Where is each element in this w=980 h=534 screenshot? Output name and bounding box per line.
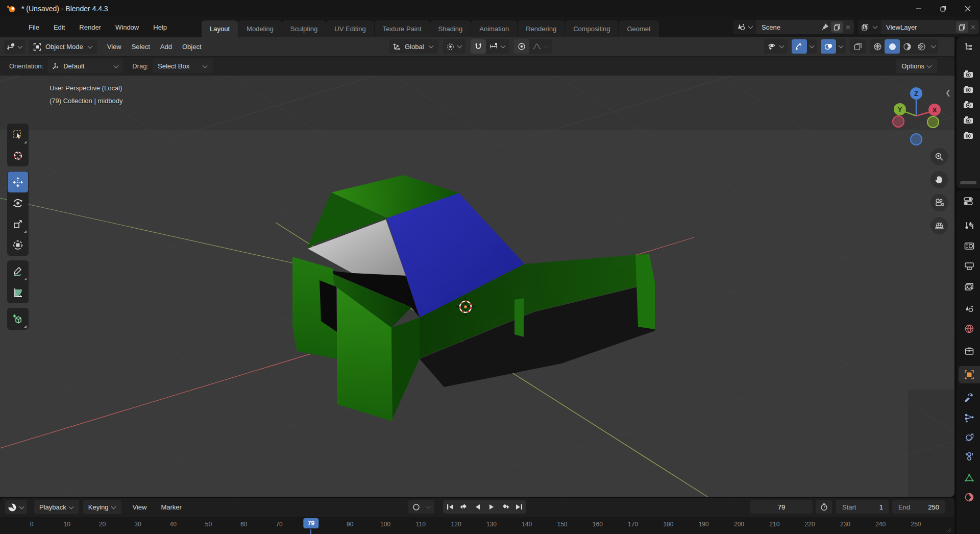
workspace-tab-geomet[interactable]: Geomet [619, 20, 658, 37]
auto-keying-toggle[interactable] [408, 503, 424, 511]
outliner-item-camera-1[interactable] [963, 69, 974, 79]
timeline-editor[interactable]: Playback Keying View Marker 79 Start 1 [0, 498, 954, 534]
play-button[interactable] [484, 500, 498, 514]
pin-icon[interactable] [821, 23, 829, 31]
properties-tab-output[interactable] [959, 258, 980, 275]
frame-end-field[interactable]: End 250 [892, 500, 945, 514]
outliner-scrollbar[interactable] [960, 181, 976, 184]
shading-solid-button[interactable] [885, 39, 900, 54]
gizmo-neg-x-axis[interactable] [893, 116, 904, 127]
gizmos-dropdown-icon[interactable] [810, 43, 815, 48]
viewport-3d[interactable]: Object Mode ViewSelectAddObject Global [0, 37, 954, 497]
properties-tab-world[interactable] [959, 320, 980, 337]
mode-selector[interactable]: Object Mode [29, 40, 97, 54]
transform-orientation-selector[interactable]: Global [389, 39, 438, 54]
view-layer-selector[interactable]: ViewLayer ✕ [858, 20, 979, 34]
tool-annotate[interactable] [8, 261, 28, 282]
timeline-editor-type-button[interactable] [5, 500, 27, 514]
shading-material-button[interactable] [900, 39, 914, 54]
viewport-canvas[interactable]: User Perspective (Local) (79) Collection… [0, 76, 954, 497]
gizmo-neg-z-axis[interactable] [911, 134, 922, 145]
workspace-tab-layout[interactable]: Layout [202, 20, 238, 37]
properties-tab-particles[interactable] [959, 409, 980, 426]
properties-tab-scene[interactable] [959, 301, 980, 318]
viewport-menu-object[interactable]: Object [177, 41, 207, 52]
workspace-tab-shading[interactable]: Shading [430, 20, 471, 37]
shading-rendered-button[interactable] [914, 39, 928, 54]
viewport-menu-add[interactable]: Add [155, 41, 177, 52]
overlays-dropdown-icon[interactable] [839, 43, 844, 48]
navigation-gizmo[interactable]: Z Y X [887, 79, 944, 145]
properties-tab-collection[interactable] [959, 343, 980, 360]
proportional-falloff-selector[interactable] [529, 43, 552, 50]
menu-help[interactable]: Help [147, 21, 173, 33]
gizmos-toggle[interactable] [792, 39, 807, 54]
workspace-tab-rendering[interactable]: Rendering [518, 20, 565, 37]
tool-cursor[interactable] [8, 145, 28, 166]
properties-tab-physics[interactable] [959, 428, 980, 446]
workspace-tab-modeling[interactable]: Modeling [238, 20, 282, 37]
properties-tab-material[interactable] [959, 489, 980, 506]
options-dropdown[interactable]: Options [896, 59, 937, 73]
view-layer-browse-icon[interactable] [858, 20, 881, 34]
workspace-tab-sculpting[interactable]: Sculpting [282, 20, 326, 37]
model-midbody[interactable] [292, 175, 655, 421]
tool-select-box[interactable] [8, 124, 28, 145]
outliner-filter-icon[interactable] [957, 37, 980, 52]
pan-view-button[interactable] [930, 171, 948, 188]
tool-move[interactable] [8, 172, 28, 192]
timeline-marker-menu[interactable]: Marker [156, 502, 186, 513]
menu-render[interactable]: Render [73, 21, 107, 33]
outliner-item-camera-2[interactable] [963, 84, 974, 94]
shading-dropdown-icon[interactable] [931, 43, 936, 48]
new-scene-button[interactable] [831, 21, 843, 33]
tool-scale[interactable] [8, 213, 28, 234]
scene-selector[interactable]: Scene ✕ [733, 20, 854, 34]
playback-menu[interactable]: Playback [34, 500, 79, 514]
shading-wireframe-button[interactable] [870, 39, 885, 54]
minimize-button[interactable] [906, 0, 931, 17]
outliner-item-camera-5[interactable] [963, 130, 974, 140]
jump-next-keyframe-button[interactable] [498, 500, 512, 514]
properties-editor[interactable] [957, 190, 980, 534]
frame-start-field[interactable]: Start 1 [836, 500, 889, 514]
editor-type-button[interactable] [4, 40, 25, 54]
play-reverse-button[interactable] [471, 500, 484, 514]
drag-dropdown[interactable]: Select Box [153, 59, 213, 73]
resize-corner-icon[interactable] [946, 527, 951, 532]
overlays-toggle[interactable] [821, 39, 836, 54]
jump-to-end-button[interactable] [512, 500, 526, 514]
restore-button[interactable] [931, 0, 955, 17]
properties-tab-tool[interactable] [959, 217, 980, 234]
snap-toggle[interactable] [471, 39, 486, 54]
workspace-tab-uv-editing[interactable]: UV Editing [326, 20, 374, 37]
camera-view-button[interactable] [930, 194, 948, 211]
properties-tab-view-layer[interactable] [959, 278, 980, 296]
timeline-view-menu[interactable]: View [128, 502, 152, 513]
keying-menu[interactable]: Keying [83, 500, 121, 514]
properties-tab-constraints[interactable] [959, 448, 980, 465]
playhead[interactable]: 79 [304, 518, 318, 528]
timeline-ruler[interactable]: 79 0102030405060709010011012013014015016… [0, 517, 954, 534]
tool-transform[interactable] [8, 234, 28, 255]
workspace-tab-animation[interactable]: Animation [471, 20, 517, 37]
snap-target-selector[interactable] [486, 42, 509, 51]
current-frame-field[interactable]: 79 [750, 500, 813, 514]
outliner-editor[interactable] [957, 37, 980, 188]
tool-add-cube[interactable] [8, 308, 28, 329]
toggle-perspective-button[interactable] [930, 217, 948, 234]
properties-tab-render[interactable] [959, 237, 980, 255]
outliner-item-camera-3[interactable] [963, 100, 974, 110]
view-layer-name[interactable]: ViewLayer [886, 23, 954, 31]
tool-rotate[interactable] [8, 192, 28, 213]
viewport-menu-view[interactable]: View [102, 41, 127, 52]
menu-edit[interactable]: Edit [47, 21, 71, 33]
properties-tab-object-data[interactable] [959, 469, 980, 487]
visibility-dropdown[interactable] [764, 39, 788, 54]
outliner-item-camera-4[interactable] [963, 115, 974, 125]
pivot-point-selector[interactable] [443, 39, 465, 54]
proportional-editing-toggle[interactable] [514, 39, 529, 54]
new-view-layer-button[interactable] [956, 21, 968, 33]
workspace-tab-texture-paint[interactable]: Texture Paint [375, 20, 430, 37]
viewport-menu-select[interactable]: Select [127, 41, 155, 52]
